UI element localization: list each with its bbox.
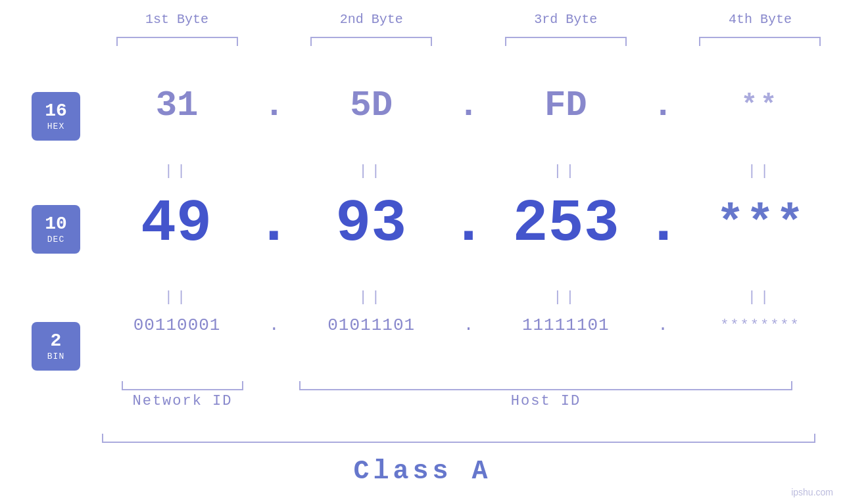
bin-byte1-value: 00110001 bbox=[133, 315, 221, 335]
host-id-bracket bbox=[299, 381, 792, 390]
network-id-label: Network ID bbox=[132, 393, 232, 409]
hex-dot3: . bbox=[652, 85, 673, 126]
hex-dot3-cell: . bbox=[650, 85, 675, 126]
bin-dot2: . bbox=[464, 315, 474, 335]
dec-byte2-cell: 93 bbox=[287, 191, 455, 258]
eq2-byte4: || bbox=[675, 289, 845, 306]
bin-dot1-cell: . bbox=[262, 315, 287, 335]
byte1-label-cell: 1st Byte bbox=[92, 12, 262, 27]
dec-values-row: 49 . 93 . 253 . *** bbox=[92, 191, 845, 258]
bin-byte3-value: 11111101 bbox=[522, 315, 610, 335]
bin-byte3-cell: 11111101 bbox=[481, 315, 650, 335]
dec-byte3-cell: 253 bbox=[482, 191, 650, 258]
equals-sign-1-4: || bbox=[748, 163, 773, 179]
hex-byte1-cell: 31 bbox=[92, 85, 262, 126]
bin-values-row: 00110001 . 01011101 . 11111101 . *******… bbox=[92, 315, 845, 335]
hex-dot2: . bbox=[458, 85, 479, 126]
class-label: Class A bbox=[353, 457, 491, 486]
class-bracket bbox=[102, 434, 815, 443]
eq2-byte2: || bbox=[287, 289, 456, 306]
badges-column: 16 HEX 10 DEC 2 BIN bbox=[32, 92, 80, 371]
byte1-label: 1st Byte bbox=[145, 12, 208, 27]
host-id-label: Host ID bbox=[511, 393, 581, 409]
equals-row-1: || || || || bbox=[92, 163, 845, 179]
dec-dot1-cell: . bbox=[260, 191, 287, 258]
bottom-bracket-lines-row bbox=[92, 381, 845, 390]
eq1-byte4: || bbox=[675, 163, 845, 179]
equals-sign-1-3: || bbox=[553, 163, 578, 179]
main-layout: 1st Byte 2nd Byte 3rd Byte 4th Byte bbox=[0, 0, 845, 504]
hex-byte3-value: FD bbox=[544, 85, 587, 126]
dec-dot3: . bbox=[646, 191, 681, 258]
bin-byte4-value: ******** bbox=[720, 317, 800, 334]
watermark: ipshu.com bbox=[791, 487, 833, 497]
id-labels-row: Network ID Host ID bbox=[92, 393, 845, 409]
bin-byte1-cell: 00110001 bbox=[92, 315, 262, 335]
dec-dot1: . bbox=[256, 191, 291, 258]
equals-row-2: || || || || bbox=[92, 289, 845, 306]
hex-values-row: 31 . 5D . FD . ** bbox=[92, 85, 845, 126]
bin-byte4-cell: ******** bbox=[675, 317, 845, 334]
hex-byte4-value: ** bbox=[741, 90, 779, 122]
byte2-top-bracket bbox=[287, 37, 456, 46]
dec-dot2-cell: . bbox=[456, 191, 482, 258]
hex-badge: 16 HEX bbox=[32, 92, 80, 141]
equals-sign-2-3: || bbox=[553, 289, 578, 306]
hex-byte2-value: 5D bbox=[350, 85, 393, 126]
eq1-byte3: || bbox=[481, 163, 650, 179]
bin-dot3: . bbox=[658, 315, 668, 335]
eq1-byte2: || bbox=[287, 163, 456, 179]
bin-byte2-value: 01011101 bbox=[327, 315, 415, 335]
eq2-byte3: || bbox=[481, 289, 650, 306]
hex-dot1: . bbox=[264, 85, 285, 126]
hex-byte2-cell: 5D bbox=[287, 85, 456, 126]
class-bracket-row bbox=[92, 434, 825, 443]
equals-sign-1-1: || bbox=[164, 163, 189, 179]
bin-badge-number: 2 bbox=[51, 331, 62, 352]
top-bracket-lines-row bbox=[92, 37, 845, 46]
dec-byte1-cell: 49 bbox=[92, 191, 260, 258]
hex-badge-label: HEX bbox=[47, 122, 64, 131]
byte4-top-bracket bbox=[675, 37, 845, 46]
bin-byte2-cell: 01011101 bbox=[287, 315, 456, 335]
equals-sign-2-2: || bbox=[358, 289, 383, 306]
dec-badge: 10 DEC bbox=[32, 205, 80, 254]
dec-dot3-cell: . bbox=[650, 191, 677, 258]
dec-byte1-value: 49 bbox=[141, 191, 212, 258]
bin-dot2-cell: . bbox=[456, 315, 481, 335]
byte3-top-bracket bbox=[481, 37, 650, 46]
dec-dot2: . bbox=[451, 191, 487, 258]
equals-sign-2-4: || bbox=[748, 289, 773, 306]
dec-byte2-value: 93 bbox=[335, 191, 406, 258]
eq1-byte1: || bbox=[92, 163, 262, 179]
byte1-top-bracket bbox=[92, 37, 262, 46]
bin-dot3-cell: . bbox=[650, 315, 675, 335]
byte3-label: 3rd Byte bbox=[534, 12, 597, 27]
network-id-bracket bbox=[92, 381, 273, 390]
byte4-label: 4th Byte bbox=[729, 12, 792, 27]
bin-badge: 2 BIN bbox=[32, 322, 80, 371]
bin-badge-label: BIN bbox=[47, 352, 64, 361]
hex-dot2-cell: . bbox=[456, 85, 481, 126]
byte3-label-cell: 3rd Byte bbox=[481, 12, 650, 27]
hex-byte3-cell: FD bbox=[481, 85, 650, 126]
class-label-row: Class A bbox=[0, 457, 845, 486]
hex-dot1-cell: . bbox=[262, 85, 287, 126]
dec-byte4-value: *** bbox=[716, 197, 806, 251]
hex-badge-number: 16 bbox=[45, 101, 67, 122]
byte-labels-row: 1st Byte 2nd Byte 3rd Byte 4th Byte bbox=[92, 12, 845, 27]
equals-sign-2-1: || bbox=[164, 289, 189, 306]
dec-byte4-cell: *** bbox=[677, 197, 845, 251]
hex-byte1-value: 31 bbox=[156, 85, 199, 126]
dec-badge-label: DEC bbox=[47, 235, 64, 244]
equals-sign-1-2: || bbox=[358, 163, 383, 179]
dec-byte3-value: 253 bbox=[513, 191, 619, 258]
hex-byte4-cell: ** bbox=[675, 90, 845, 122]
network-id-label-cell: Network ID bbox=[92, 393, 273, 409]
byte2-label-cell: 2nd Byte bbox=[287, 12, 456, 27]
bin-dot1: . bbox=[269, 315, 279, 335]
byte2-label: 2nd Byte bbox=[340, 12, 403, 27]
dec-badge-number: 10 bbox=[45, 214, 67, 235]
eq2-byte1: || bbox=[92, 289, 262, 306]
byte4-label-cell: 4th Byte bbox=[675, 12, 845, 27]
